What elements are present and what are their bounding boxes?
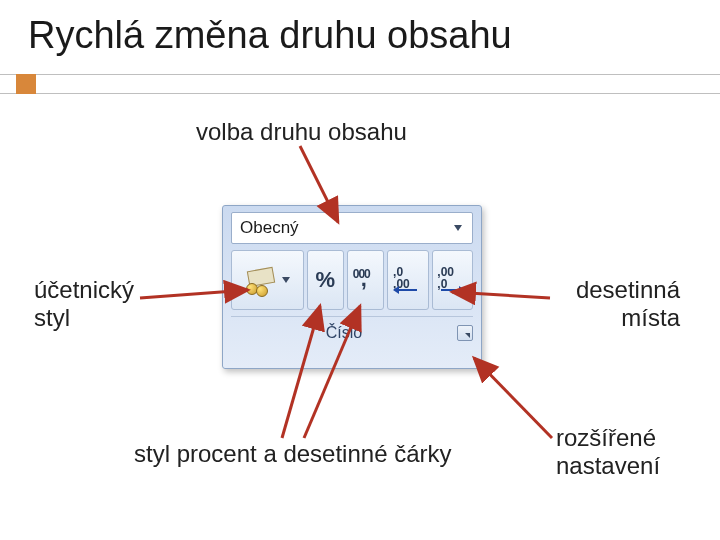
label-desetinna-line2: místa: [500, 304, 680, 332]
comma-style-button[interactable]: 000 ,: [347, 250, 384, 310]
number-format-value: Obecný: [240, 218, 448, 238]
percent-style-button[interactable]: %: [307, 250, 344, 310]
dropdown-icon[interactable]: [448, 216, 468, 240]
label-rozsirene-line1: rozšířené: [556, 424, 660, 452]
number-format-combo[interactable]: Obecný: [231, 212, 473, 244]
ribbon-group-footer: Číslo: [231, 316, 473, 346]
title-rule: [0, 74, 720, 94]
label-ucetnicky-styl: účetnický styl: [34, 276, 134, 331]
label-rozsirene-nastaveni: rozšířené nastavení: [556, 424, 660, 479]
label-ucetnicky-line1: účetnický: [34, 276, 134, 304]
coins-icon: [244, 263, 278, 297]
ribbon-number-group: Obecný % 000 , ,0 ,00: [222, 205, 482, 369]
svg-line-5: [474, 358, 552, 438]
label-rozsirene-line2: nastavení: [556, 452, 660, 480]
comma-icon: 000 ,: [351, 265, 381, 295]
slide-title: Rychlá změna druhu obsahu: [28, 14, 512, 57]
decrease-decimal-icon: ,00 ,0: [435, 265, 469, 295]
accounting-format-button[interactable]: [231, 250, 304, 310]
chevron-down-icon: [282, 277, 290, 283]
dialog-launcher-button[interactable]: [457, 325, 473, 341]
decrease-decimal-button[interactable]: ,00 ,0: [432, 250, 473, 310]
chevron-down-icon: [454, 225, 462, 231]
label-ucetnicky-line2: styl: [34, 304, 134, 332]
accent-square: [16, 74, 36, 94]
increase-decimal-button[interactable]: ,0 ,00: [387, 250, 428, 310]
label-desetinna-line1: desetinná: [500, 276, 680, 304]
label-styl-procent: styl procent a desetinné čárky: [134, 440, 452, 468]
number-buttons-row: % 000 , ,0 ,00 ,00 ,0: [231, 250, 473, 310]
label-desetinna-mista: desetinná místa: [500, 276, 680, 331]
ribbon-group-caption: Číslo: [231, 324, 457, 342]
percent-icon: %: [316, 267, 336, 293]
label-volba-druhu: volba druhu obsahu: [196, 118, 407, 146]
title-accent: [0, 74, 720, 92]
increase-decimal-icon: ,0 ,00: [391, 265, 425, 295]
